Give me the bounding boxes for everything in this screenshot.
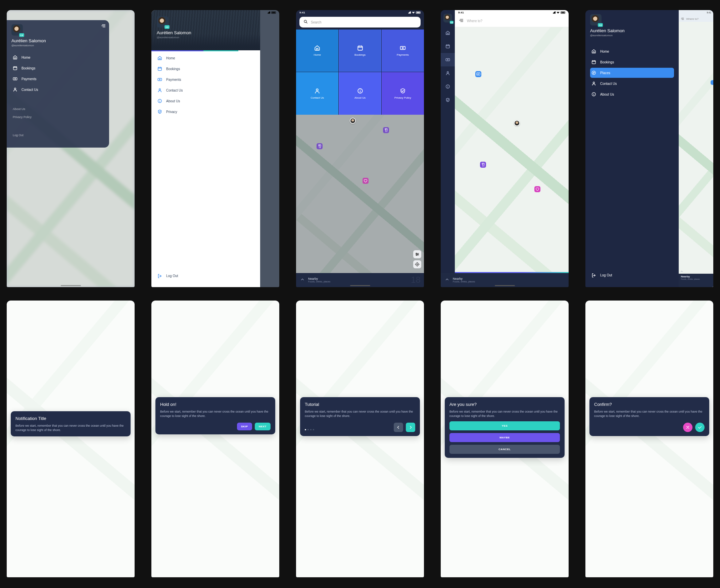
next-button[interactable]: NEXT xyxy=(255,423,271,430)
menu-item-privacy[interactable]: Privacy xyxy=(156,107,256,117)
map-pin-favorite[interactable] xyxy=(362,178,368,184)
tile-home[interactable]: Home xyxy=(296,29,338,72)
rail-item-payments[interactable] xyxy=(441,53,455,66)
footer-subtitle: Foods, drinks, places xyxy=(453,280,475,283)
home-indicator xyxy=(61,285,81,286)
menu-item-bookings[interactable]: Bookings xyxy=(12,63,104,73)
card-title: Hold on! xyxy=(160,402,271,407)
tile-bookings[interactable]: Bookings xyxy=(339,29,381,72)
map-panel: 9:41 Where to? xyxy=(455,10,568,273)
tile-payments[interactable]: Payments xyxy=(382,29,424,72)
menu-item-contact[interactable]: Contact Us xyxy=(590,79,674,88)
avatar[interactable]: 4.9 xyxy=(157,16,168,27)
user-icon xyxy=(592,81,596,86)
avatar[interactable]: 4.9 xyxy=(590,14,601,25)
status-time: 9:41 xyxy=(299,11,305,14)
map-area[interactable] xyxy=(296,115,424,273)
card-body: Before we start, remember that you can n… xyxy=(160,410,271,418)
where-input[interactable]: Where to? xyxy=(679,15,713,22)
signal-icon xyxy=(552,12,556,14)
menu-item-about[interactable]: About Us xyxy=(590,89,674,99)
where-placeholder: Where to? xyxy=(467,19,482,23)
map-user-pin[interactable] xyxy=(514,120,520,126)
map-pin-message[interactable] xyxy=(475,71,481,77)
map-background xyxy=(296,300,424,578)
map-pin[interactable] xyxy=(711,80,713,85)
map-area[interactable] xyxy=(679,22,713,287)
menu-item-home[interactable]: Home xyxy=(12,52,104,62)
status-bar: 9:41 xyxy=(296,10,424,15)
menu-item-bookings[interactable]: Bookings xyxy=(590,57,674,67)
hero-header: 4.9 Aurélien Salomon @aureliensalomon xyxy=(152,10,260,50)
cancel-button[interactable]: CANCEL xyxy=(449,445,560,454)
yes-button[interactable]: YES xyxy=(449,421,560,430)
footer-title: Nearby xyxy=(453,277,475,280)
map-background xyxy=(585,300,713,578)
screen-drawer-frosted: 4.9 Aurélien Salomon @aureliensalomon Ho… xyxy=(7,10,135,287)
locate-button[interactable] xyxy=(413,260,421,268)
menu-item-about[interactable]: About Us xyxy=(156,96,256,106)
menu-item-bookings[interactable]: Bookings xyxy=(156,64,256,74)
menu-item-places[interactable]: Places xyxy=(590,68,674,78)
menu-item-about[interactable]: About Us xyxy=(12,105,104,113)
home-icon xyxy=(157,56,162,60)
search-placeholder: Search xyxy=(311,20,322,24)
tile-about[interactable]: About Us xyxy=(339,72,381,114)
menu-item-logout[interactable]: Log Out xyxy=(590,270,674,280)
rating-badge: 4.9 xyxy=(598,23,603,27)
signal-icon xyxy=(267,12,270,14)
menu-item-payments[interactable]: Payments xyxy=(12,74,104,84)
content-peek: 9:41 Where to? Nearby Foods, drinks, pla… xyxy=(679,10,713,287)
home-indicator xyxy=(495,285,515,286)
search-input[interactable]: Search xyxy=(299,17,421,27)
menu-item-home[interactable]: Home xyxy=(156,53,256,63)
menu-label: About Us xyxy=(13,107,25,111)
rail-item-home[interactable] xyxy=(441,26,455,40)
map-pin-food[interactable] xyxy=(317,143,323,149)
profile-name: Aurélien Salomon xyxy=(157,30,255,35)
menu-item-privacy[interactable]: Privacy Policy xyxy=(12,113,104,121)
menu-item-contact[interactable]: Contact Us xyxy=(156,85,256,95)
rail-item-privacy[interactable] xyxy=(441,93,455,107)
tile-label: Home xyxy=(314,53,321,56)
footer-title: Nearby xyxy=(308,277,330,280)
maybe-button[interactable]: MAYBE xyxy=(449,433,560,442)
rail-item-contact[interactable] xyxy=(441,66,455,80)
skip-button[interactable]: SKIP xyxy=(237,423,252,430)
menu-item-home[interactable]: Home xyxy=(590,46,674,56)
filters-button[interactable] xyxy=(413,250,421,258)
info-icon xyxy=(157,99,162,103)
map-user-pin[interactable] xyxy=(350,118,356,124)
menu-item-payments[interactable]: Payments xyxy=(156,75,256,85)
accept-button[interactable] xyxy=(695,423,704,432)
profile-name: Aurélien Salomon xyxy=(12,38,104,43)
rail-item-about[interactable] xyxy=(441,80,455,93)
menu-item-logout[interactable]: Log Out xyxy=(12,131,104,139)
footer-title: Nearby xyxy=(681,275,711,278)
rail-avatar[interactable]: 4.9 xyxy=(441,10,455,26)
nearby-footer[interactable]: Nearby Foods, drinks, places xyxy=(679,274,713,287)
map-pin-food[interactable] xyxy=(383,127,389,133)
map-area[interactable] xyxy=(455,27,568,272)
map-pin-favorite[interactable] xyxy=(534,186,540,192)
menu-item-contact[interactable]: Contact Us xyxy=(12,85,104,94)
tile-contact[interactable]: Contact Us xyxy=(296,72,338,114)
info-icon xyxy=(357,88,363,94)
drawer-panel: 4.9 Aurélien Salomon @aureliensalomon Ho… xyxy=(585,10,679,287)
menu-item-logout[interactable]: Log Out xyxy=(156,271,256,281)
prev-button[interactable] xyxy=(394,423,403,432)
rail-item-bookings[interactable] xyxy=(441,40,455,53)
decline-button[interactable] xyxy=(683,423,693,432)
avatar[interactable]: 4.9 xyxy=(12,24,23,36)
tile-label: Bookings xyxy=(355,53,365,56)
where-input[interactable]: Where to? xyxy=(455,15,568,27)
map-pin-food[interactable] xyxy=(480,162,486,168)
menu-toggle-icon[interactable] xyxy=(101,23,106,27)
tile-privacy[interactable]: Privacy Policy xyxy=(382,72,424,114)
profile-handle: @aureliensalomon xyxy=(590,34,674,37)
chevron-up-icon xyxy=(300,277,305,283)
next-button[interactable] xyxy=(406,423,415,432)
menu-label: About Us xyxy=(600,92,614,96)
tile-label: Privacy Policy xyxy=(394,96,411,99)
screen-hold-on: Hold on! Before we start, remember that … xyxy=(152,300,279,578)
